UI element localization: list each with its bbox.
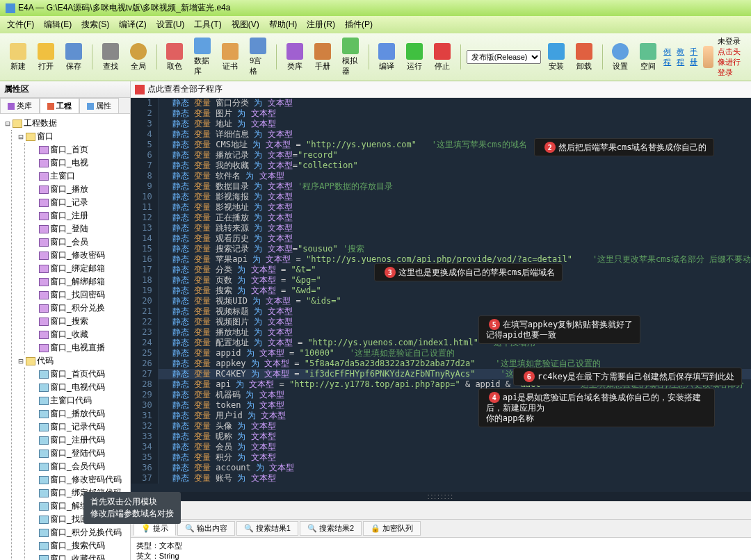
- code-line[interactable]: 19静态 变量 搜索 为 文本型 = "&wd=": [131, 286, 751, 296]
- code-line[interactable]: 21静态 变量 视频标题 为 文本型: [131, 306, 751, 317]
- tree-window[interactable]: 窗口_电视: [28, 156, 129, 170]
- tab-lib[interactable]: 类库: [0, 98, 40, 113]
- link-examples[interactable]: 例程: [663, 47, 671, 67]
- code-line[interactable]: 27静态 变量 RC4KEY 为 文本型 = "if3dcFfFHYpf6PNK…: [131, 369, 751, 379]
- tree-code[interactable]: 窗口_记录代码: [28, 420, 129, 434]
- code-editor[interactable]: 1静态 变量 窗口分类 为 文本型2静态 变量 图片 为 文本型3静态 变量 地…: [131, 98, 751, 492]
- scrollbar-horizontal[interactable]: ::::::::: [131, 492, 751, 501]
- breadcrumb[interactable]: 点此查看全部子程序: [131, 81, 751, 98]
- tree-window[interactable]: 窗口_修改密码: [28, 249, 129, 262]
- tree-code[interactable]: 窗口_积分兑换代码: [28, 526, 129, 539]
- tree-window[interactable]: 窗口_找回密码: [28, 288, 129, 302]
- code-line[interactable]: 17静态 变量 分类 为 文本型 = "&t="3这里也是更换成你自己的苹果cm…: [131, 265, 751, 275]
- tree-window[interactable]: 窗口_登陆: [28, 222, 129, 236]
- tree-code[interactable]: 窗口_搜索代码: [28, 539, 129, 552]
- code-line[interactable]: 22静态 变量 视频图片 为 文本型5在填写appkey复制粘贴替换就好了记得a…: [131, 317, 751, 327]
- code-line[interactable]: 3静态 变量 地址 为 文本型: [131, 119, 751, 129]
- btab-search2[interactable]: 🔍搜索结果2: [300, 521, 362, 536]
- tree-window[interactable]: 窗口_电视直播: [28, 341, 129, 354]
- tool-stop[interactable]: 停止: [430, 42, 455, 73]
- code-line[interactable]: 10静态 变量 影视海报 为 文本型: [131, 192, 751, 202]
- code-line[interactable]: 29静态 变量 机器码 为 文本型4api是易如意验证后台域名替换成你自己的，安…: [131, 390, 751, 400]
- tree-window[interactable]: 窗口_播放: [28, 183, 129, 196]
- tool-global[interactable]: 全局: [126, 42, 151, 73]
- menu-help[interactable]: 帮助(H): [265, 17, 302, 32]
- code-line[interactable]: 37静态 变量 账号 为 文本型: [131, 473, 751, 484]
- tool-install[interactable]: 安装: [544, 42, 569, 73]
- btab-output[interactable]: 🔍输出内容: [177, 521, 235, 536]
- tree-code[interactable]: 窗口_收藏代码: [28, 552, 129, 560]
- tree-code[interactable]: 窗口_修改密码代码: [28, 473, 129, 486]
- tree-window[interactable]: 窗口_积分兑换: [28, 302, 129, 315]
- tree-code[interactable]: 窗口_电视代码: [28, 381, 129, 394]
- code-line[interactable]: 13静态 变量 跳转来源 为 文本型: [131, 223, 751, 233]
- tree-window[interactable]: 窗口_收藏: [28, 328, 129, 341]
- code-line[interactable]: 7静态 变量 我的收藏 为 文本型="collection": [131, 160, 751, 171]
- tree-window[interactable]: 窗口_记录: [28, 196, 129, 209]
- tool-color[interactable]: 取色: [162, 42, 187, 73]
- menu-register[interactable]: 注册(R): [302, 17, 339, 32]
- link-manual[interactable]: 手册: [690, 47, 697, 67]
- tool-lib[interactable]: 类库: [282, 42, 307, 73]
- code-line[interactable]: 23静态 变量 播放地址 为 文本型: [131, 327, 751, 338]
- menu-view[interactable]: 视图(V): [227, 17, 264, 32]
- code-line[interactable]: 34静态 变量 会员 为 文本型: [131, 442, 751, 452]
- code-line[interactable]: 9静态 变量 数据目录 为 文本型 '程序APP数据的存放目录: [131, 181, 751, 192]
- btab-search1[interactable]: 🔍搜索结果1: [236, 521, 298, 536]
- tree-root[interactable]: ⊟工程数据: [1, 117, 129, 130]
- tool-save[interactable]: 保存: [61, 42, 86, 73]
- tool-manual[interactable]: 手册: [310, 42, 335, 73]
- code-line[interactable]: 33静态 变量 昵称 为 文本型: [131, 431, 751, 442]
- tree-window[interactable]: 窗口_首页: [28, 143, 129, 156]
- menu-file[interactable]: 文件(F): [3, 17, 38, 32]
- tool-find[interactable]: 查找: [98, 42, 123, 73]
- tree-code[interactable]: 主窗口代码: [28, 394, 129, 407]
- tree-code[interactable]: 窗口_播放代码: [28, 407, 129, 420]
- menu-edit[interactable]: 编辑(E): [40, 17, 76, 32]
- tree-code-group[interactable]: ⊟代码: [15, 354, 129, 368]
- tool-new[interactable]: 新建: [6, 42, 31, 73]
- tool-run[interactable]: 运行: [402, 42, 427, 73]
- tool-settings[interactable]: 设置: [608, 42, 633, 73]
- code-line[interactable]: 36静态 变量 account 为 文本型: [131, 463, 751, 473]
- menu-tools[interactable]: 工具(T): [190, 17, 225, 32]
- tree-windows[interactable]: ⊟窗口: [15, 130, 129, 143]
- tree-window[interactable]: 窗口_搜索: [28, 315, 129, 328]
- code-line[interactable]: 11静态 变量 影视地址 为 文本型: [131, 202, 751, 213]
- menu-plugin[interactable]: 插件(P): [341, 17, 377, 32]
- tool-space[interactable]: 空间: [636, 42, 661, 73]
- tree-code[interactable]: 窗口_会员代码: [28, 460, 129, 473]
- tool-compile[interactable]: 编译: [374, 42, 399, 73]
- menu-compile[interactable]: 编译(Z): [115, 17, 150, 32]
- tree-code[interactable]: 窗口_注册代码: [28, 434, 129, 447]
- menu-settings[interactable]: 设置(U): [152, 17, 189, 32]
- btab-encrypt[interactable]: 🔒加密队列: [363, 521, 421, 536]
- code-line[interactable]: 12静态 变量 正在播放 为 文本型: [131, 213, 751, 223]
- code-line[interactable]: 1静态 变量 窗口分类 为 文本型: [131, 98, 751, 108]
- tree-window[interactable]: 窗口_绑定邮箱: [28, 262, 129, 275]
- tab-project[interactable]: 工程: [40, 98, 79, 113]
- code-line[interactable]: 15静态 变量 搜索记录 为 文本型="sousuo" '搜索: [131, 244, 751, 254]
- code-line[interactable]: 20静态 变量 视频UID 为 文本型 = "&ids=": [131, 296, 751, 306]
- tree-window[interactable]: 窗口_注册: [28, 209, 129, 222]
- menu-search[interactable]: 搜索(S): [77, 17, 113, 32]
- link-tutorial[interactable]: 教程: [677, 47, 684, 67]
- code-line[interactable]: 2静态 变量 图片 为 文本型: [131, 108, 751, 119]
- tool-emulator[interactable]: 模拟器: [338, 36, 363, 78]
- tree-window[interactable]: 主窗口: [28, 170, 129, 183]
- code-line[interactable]: 35静态 变量 积分 为 文本型: [131, 452, 751, 463]
- code-line[interactable]: 8静态 变量 软件名 为 文本型: [131, 171, 751, 181]
- tree-window[interactable]: 窗口_会员: [28, 236, 129, 249]
- code-line[interactable]: 5静态 变量 CMS地址 为 文本型 = "http://ys.yuenos.c…: [131, 140, 751, 150]
- login-area[interactable]: 未登录 点击头像进行登录: [703, 36, 745, 78]
- code-line[interactable]: 24静态 变量 配置地址 为 文本型 = "http://ys.yuenos.c…: [131, 338, 751, 348]
- code-line[interactable]: 14静态 变量 观看历史 为 文本型: [131, 233, 751, 244]
- release-select[interactable]: 发布版(Release): [467, 50, 541, 64]
- tool-cert[interactable]: 证书: [218, 42, 243, 73]
- tree-window[interactable]: 窗口_解绑邮箱: [28, 275, 129, 288]
- tree-code[interactable]: 窗口_登陆代码: [28, 447, 129, 460]
- code-line[interactable]: 25静态 变量 appid 为 文本型 = "10000" '这里填如意验证自己…: [131, 348, 751, 359]
- tool-db[interactable]: 数据库: [190, 36, 215, 78]
- tool-9grid[interactable]: 9宫格: [245, 36, 270, 78]
- tree-code[interactable]: 窗口_首页代码: [28, 368, 129, 381]
